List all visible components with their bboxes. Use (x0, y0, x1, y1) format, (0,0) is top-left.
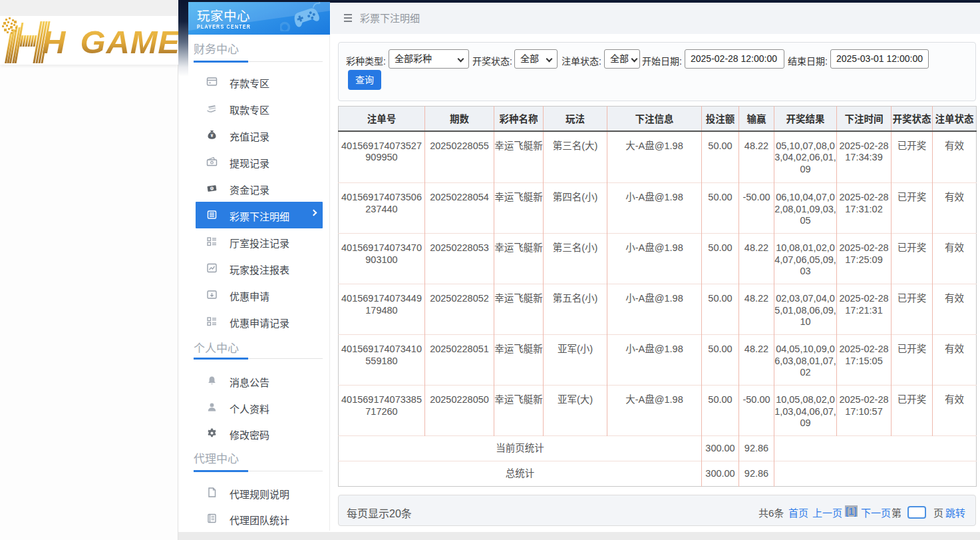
svg-text:¥: ¥ (211, 133, 214, 138)
